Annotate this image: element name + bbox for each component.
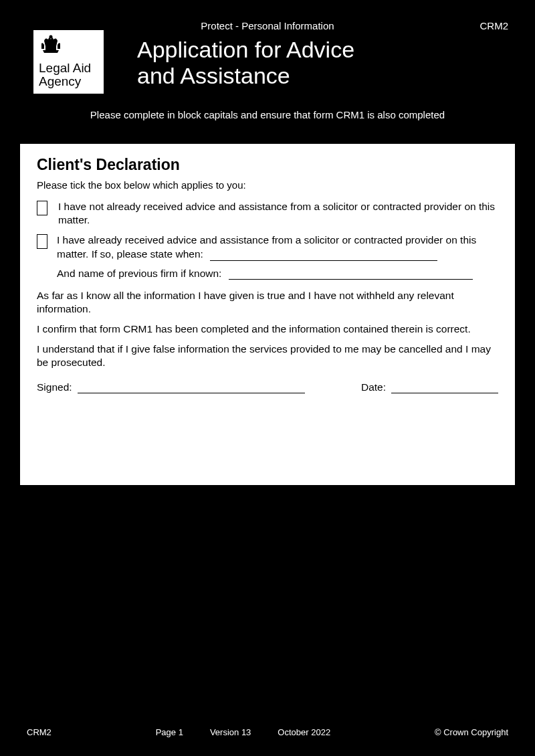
logo-text-line1: Legal Aid [39,62,98,75]
previous-firm-row: And name of previous firm if known: [37,268,498,280]
title-line2: and Assistance [137,63,508,89]
title-line1: Application for Advice [137,37,508,63]
agency-logo: Legal Aid Agency [33,30,104,94]
signature-row: Signed: Date: [37,381,498,393]
footer-date: October 2022 [278,727,330,737]
option-already-received: I have already received advice and assis… [37,233,498,260]
option-not-received: I have not already received advice and a… [37,200,498,227]
declaration-panel: Client's Declaration Please tick the box… [20,144,515,485]
signed-input-line[interactable] [78,384,305,393]
previous-firm-label: And name of previous firm if known: [57,268,221,279]
firm-input-line[interactable] [229,270,473,280]
footer-copyright: © Crown Copyright [435,727,508,737]
crown-crest-icon [37,33,64,54]
declaration-para-2: I confirm that form CRM1 has been comple… [37,322,498,336]
signed-label: Signed: [37,381,72,393]
date-input-line[interactable] [391,384,498,393]
logo-text-line2: Agency [39,75,98,88]
footer-page: Page 1 [156,727,183,737]
declaration-para-3: I understand that if I give false inform… [37,343,498,369]
form-header: Protect - Personal Information CRM2 Lega… [0,0,535,134]
declaration-para-1: As far as I know all the information I h… [37,289,498,316]
option-already-received-text: I have already received advice and assis… [57,233,498,260]
checkbox-not-received[interactable] [37,201,47,215]
signed-field: Signed: [37,381,305,393]
form-title: Application for Advice and Assistance [137,37,508,89]
svg-rect-1 [45,46,56,50]
checkbox-already-received[interactable] [37,234,47,249]
form-code-top: CRM2 [479,20,508,31]
footer-form-code: CRM2 [27,727,51,737]
option-not-received-text: I have not already received advice and a… [58,200,498,227]
when-input-line[interactable] [210,251,437,261]
date-label: Date: [361,381,386,393]
section-heading: Client's Declaration [37,156,498,174]
footer-version: Version 13 [210,727,251,737]
completion-instruction: Please complete in block capitals and en… [27,109,508,120]
page-footer: CRM2 Page 1 Version 13 October 2022 © Cr… [0,727,535,737]
tick-instruction: Please tick the box below which applies … [37,179,498,191]
date-field: Date: [361,381,498,393]
